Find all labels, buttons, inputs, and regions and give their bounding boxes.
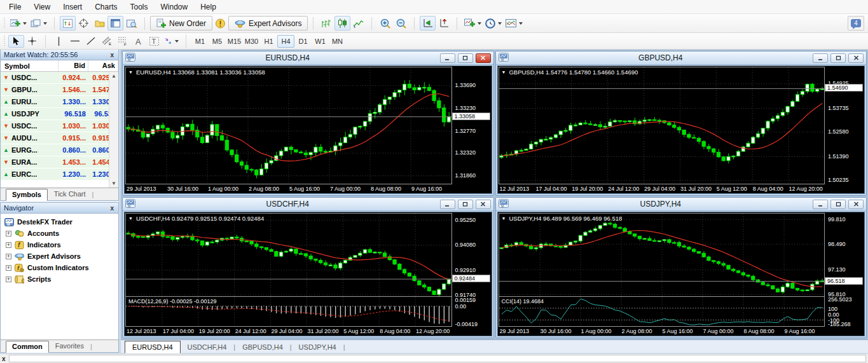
expert-advisors-button[interactable]: Expert Advisors xyxy=(228,16,308,31)
restore-button[interactable] xyxy=(830,200,846,209)
price-chart-area[interactable]: ▼EURUSD,H4 1.33068 1.33081 1.33036 1.330… xyxy=(125,67,452,184)
expand-icon[interactable]: + xyxy=(6,254,11,259)
crosshair-tool-button[interactable] xyxy=(24,35,40,48)
market-watch-row[interactable]: ▲EURC...1.230...1.230... xyxy=(1,168,118,181)
tree-item-custom-indicators[interactable]: +fCustom Indicators xyxy=(2,262,117,273)
chart-body[interactable]: ▼EURUSD,H4 1.33068 1.33081 1.33036 1.330… xyxy=(124,65,492,194)
market-watch-row[interactable]: ▲EURG...0.860...0.860... xyxy=(1,144,118,156)
minimize-button[interactable] xyxy=(440,200,455,209)
window-titlebar[interactable]: MUSDJPY,H4 xyxy=(496,198,867,211)
chart-tab-usdchf-h4[interactable]: USDCHF,H4 xyxy=(181,341,234,353)
toolbar-grip[interactable] xyxy=(3,36,6,47)
market-watch-row[interactable]: ▼EURA...1.453...1.454... xyxy=(1,156,118,168)
notifications-button[interactable]: 4 xyxy=(848,16,864,31)
menu-item-tools[interactable]: Tools xyxy=(124,1,155,13)
chart-body[interactable]: ▼USDJPY,H4 96.489 96.569 96.469 96.518CC… xyxy=(497,212,865,336)
templates-folder-button[interactable] xyxy=(92,16,107,31)
menu-item-insert[interactable]: Insert xyxy=(57,1,88,13)
tree-root[interactable]: MDestekFX Trader xyxy=(2,216,117,228)
window-titlebar[interactable]: MEURUSD,H4 xyxy=(123,51,493,65)
tree-item-scripts[interactable]: +Scripts xyxy=(2,273,117,285)
window-titlebar[interactable]: MGBPUSD,H4 xyxy=(496,51,867,65)
alert-icon[interactable] xyxy=(212,16,228,31)
timeframe-m5[interactable]: M5 xyxy=(209,35,226,48)
templates-button[interactable] xyxy=(504,16,525,31)
horizontal-line-button[interactable] xyxy=(67,35,83,48)
column-header-symbol[interactable]: Symbol xyxy=(1,60,59,71)
scroll-up-icon[interactable]: ▲ xyxy=(111,73,116,79)
macd-panel[interactable]: MACD(12,26,9) -0.00025 -0.00129 xyxy=(125,297,452,327)
auto-scroll-button[interactable] xyxy=(420,16,436,31)
terminal-field[interactable] xyxy=(9,355,866,362)
cci-panel[interactable]: CCI(14) 19.4684 xyxy=(499,297,825,327)
timeframe-m30[interactable]: M30 xyxy=(243,35,260,48)
periods-button[interactable] xyxy=(483,16,504,31)
column-header-bid[interactable]: Bid xyxy=(59,60,88,71)
profiles-button[interactable] xyxy=(29,16,49,31)
market-watch-row[interactable]: ▼AUDU...0.915...0.915... xyxy=(1,132,118,144)
menu-item-view[interactable]: View xyxy=(27,1,57,13)
close-button[interactable] xyxy=(476,53,491,63)
scroll-down-icon[interactable]: ▼ xyxy=(111,181,116,186)
zoom-out-button[interactable] xyxy=(393,16,409,31)
price-chart-area[interactable]: ▼USDCHF,H4 0.92479 0.92515 0.92474 0.924… xyxy=(125,213,452,297)
close-icon[interactable]: x xyxy=(109,205,115,212)
fibonacci-button[interactable]: F xyxy=(114,35,130,48)
timeframe-w1[interactable]: W1 xyxy=(312,35,329,48)
restore-button[interactable] xyxy=(458,200,473,209)
chart-shift-button[interactable] xyxy=(436,16,451,31)
expand-icon[interactable]: + xyxy=(6,242,11,248)
close-button[interactable] xyxy=(476,200,491,209)
timeframe-h1[interactable]: H1 xyxy=(260,35,277,48)
tree-item-accounts[interactable]: +Accounts xyxy=(2,228,117,239)
zoom-in-button[interactable] xyxy=(377,16,393,31)
terminal-close-icon[interactable]: x xyxy=(2,355,6,362)
menu-item-window[interactable]: Window xyxy=(155,1,195,13)
price-chart-area[interactable]: ▼GBPUSD,H4 1.54776 1.54780 1.54660 1.546… xyxy=(499,67,825,184)
tree-item-expert-advisors[interactable]: +Expert Advisors xyxy=(2,250,117,262)
chart-tab-eurusd-h4[interactable]: EURUSD,H4 xyxy=(125,341,181,353)
tree-item-indicators[interactable]: +fIndicators xyxy=(2,239,117,250)
price-chart-area[interactable]: ▼USDJPY,H4 96.489 96.569 96.469 96.518 xyxy=(499,213,825,297)
market-watch-row[interactable]: ▼USDC...1.030...1.030... xyxy=(1,120,118,132)
vertical-line-button[interactable] xyxy=(51,35,67,48)
text-label-button[interactable]: T xyxy=(146,35,162,48)
navigator-toggle-button[interactable] xyxy=(107,16,123,31)
close-icon[interactable]: x xyxy=(109,51,115,58)
menu-item-help[interactable]: Help xyxy=(194,1,223,13)
market-watch-titlebar[interactable]: Market Watch: 20:55:56 x xyxy=(1,50,118,60)
chart-body[interactable]: ▼GBPUSD,H4 1.54776 1.54780 1.54660 1.546… xyxy=(497,65,865,194)
minimize-button[interactable] xyxy=(440,53,455,63)
restore-button[interactable] xyxy=(830,53,846,63)
chart-tab-gbpusd-h4[interactable]: GBPUSD,H4 xyxy=(235,341,290,353)
chart-tab-usdjpy-h4[interactable]: USDJPY,H4 xyxy=(292,341,343,353)
tab-tick-chart[interactable]: Tick Chart xyxy=(48,188,92,200)
menu-item-charts[interactable]: Charts xyxy=(88,1,123,13)
expand-icon[interactable]: + xyxy=(6,277,11,282)
crosshair-button[interactable] xyxy=(76,16,92,31)
menu-item-file[interactable]: File xyxy=(3,1,27,13)
bar-chart-button[interactable] xyxy=(319,16,334,31)
market-watch-row[interactable]: ▲USDJPY96.51896.536 xyxy=(1,108,118,120)
text-button[interactable]: A xyxy=(130,35,146,48)
close-button[interactable] xyxy=(848,53,864,63)
trendline-button[interactable] xyxy=(83,35,99,48)
restore-button[interactable] xyxy=(458,53,473,63)
window-titlebar[interactable]: MUSDCHF,H4 xyxy=(123,198,493,211)
cursor-button[interactable] xyxy=(8,35,24,48)
tab-common[interactable]: Common xyxy=(6,341,49,353)
tab-favorites[interactable]: Favorites xyxy=(49,340,90,352)
market-watch-row[interactable]: ▲EURU...1.330...1.330... xyxy=(1,96,118,108)
new-chart-button[interactable] xyxy=(8,16,29,31)
minimize-button[interactable] xyxy=(813,53,828,63)
market-watch-toggle-button[interactable] xyxy=(60,16,76,31)
equidistant-channel-button[interactable]: E xyxy=(99,35,114,48)
chart-body[interactable]: ▼USDCHF,H4 0.92479 0.92515 0.92474 0.924… xyxy=(124,212,492,336)
candlestick-chart-button[interactable] xyxy=(334,16,350,31)
data-window-button[interactable] xyxy=(123,16,139,31)
minimize-button[interactable] xyxy=(813,200,828,209)
expand-icon[interactable]: + xyxy=(6,231,11,236)
market-watch-header[interactable]: SymbolBidAsk xyxy=(1,60,118,72)
navigator-titlebar[interactable]: Navigator x xyxy=(1,203,118,214)
market-watch-scrollbar[interactable]: ▲ ▼ xyxy=(109,72,118,188)
